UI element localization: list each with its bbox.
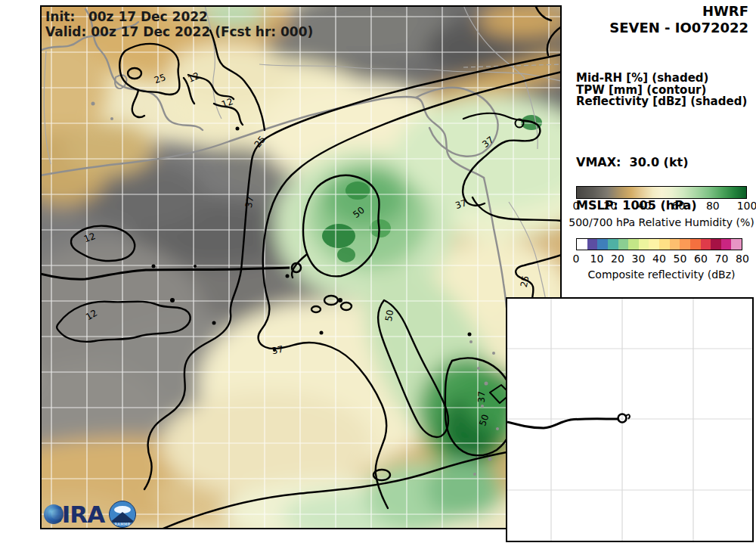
reflectivity-color-segment — [577, 239, 587, 250]
rh-tick-label: 40 — [637, 200, 651, 212]
reflectivity-color-segment — [597, 239, 608, 250]
reflectivity-tick-label: 30 — [632, 253, 646, 265]
reflectivity-color-segment — [701, 239, 711, 250]
weather-map: 251212253750121237503737375025 Init: 00z… — [40, 5, 562, 529]
reflectivity-tick-label: 0 — [573, 253, 580, 265]
valid-time-label: Valid: 00z 17 Dec 2022 (Fcst hr: 000) — [45, 24, 313, 39]
tpw-contour-label: 50 — [383, 309, 395, 322]
rh-colorbar — [576, 186, 747, 199]
reflectivity-color-segment — [670, 239, 680, 250]
rh-tick-label: 20 — [603, 200, 617, 212]
rh-colorbar-ticks: 020406080100 — [576, 200, 747, 213]
map-plot: 251212253750121237503737375025 Init: 00z… — [40, 5, 562, 529]
reflectivity-color-segment — [680, 239, 690, 250]
rammb-logo: RAMMB — [109, 501, 136, 528]
reflectivity-color-segment — [731, 239, 742, 250]
vmax-value: VMAX: 30.0 (kt) — [576, 155, 697, 169]
reflectivity-colorbar-label: Composite reflectivity (dBz) — [565, 268, 756, 281]
reflectivity-tick-label: 40 — [652, 253, 666, 265]
reflectivity-color-segment — [721, 239, 732, 250]
reflectivity-color-segment — [628, 239, 639, 250]
storm-id: SEVEN - IO072022 — [529, 20, 748, 36]
reflectivity-color-segment — [711, 239, 721, 250]
model-header: HWRF SEVEN - IO072022 — [529, 3, 748, 36]
reflectivity-color-segment — [587, 239, 598, 250]
rh-tick-label: 60 — [672, 200, 686, 212]
reflectivity-color-segment — [618, 239, 629, 250]
init-time-label: Init: 00z 17 Dec 2022 — [45, 9, 208, 24]
reflectivity-color-segment — [649, 239, 659, 250]
rammb-logo-text: RAMMB — [110, 522, 135, 526]
rh-tick-label: 0 — [573, 200, 580, 212]
reflectivity-color-segment — [608, 239, 618, 250]
tpw-contour-label: 37 — [476, 391, 488, 403]
track-inset-plot — [507, 299, 752, 541]
mountain-icon — [110, 512, 135, 523]
reflectivity-colorbar-ticks: 01020304050607080 — [576, 253, 742, 266]
reflectivity-color-segment — [659, 239, 670, 250]
globe-icon — [44, 504, 64, 524]
inset-grid — [507, 299, 752, 541]
reflectivity-tick-label: 60 — [694, 253, 708, 265]
hwrf-diagnostic-page: { "header": { "model": "HWRF", "storm": … — [0, 0, 756, 546]
reflectivity-colorbar — [576, 238, 742, 250]
branding: CIRA RAMMB — [45, 499, 136, 529]
reflectivity-tick-label: 80 — [736, 253, 749, 265]
field-legend: Mid-RH [%] (shaded) TPW [mm] (contour) R… — [576, 73, 747, 108]
rh-tick-label: 80 — [706, 200, 720, 212]
reflectivity-tick-label: 50 — [674, 253, 687, 265]
track-inset — [506, 297, 754, 542]
storm-track-inset — [507, 419, 618, 428]
rh-colorbar-label: 500/700 hPa Relative Humidity (%) — [565, 216, 756, 228]
model-name: HWRF — [529, 3, 748, 20]
reflectivity-color-segment — [690, 239, 701, 250]
legend-line-reflectivity: Reflectivity [dBz] (shaded) — [576, 96, 747, 108]
rh-tick-label: 100 — [737, 200, 756, 212]
cira-logo: CIRA — [45, 501, 104, 528]
reflectivity-tick-label: 10 — [590, 253, 604, 265]
reflectivity-tick-label: 70 — [715, 253, 729, 265]
reflectivity-color-segment — [639, 239, 649, 250]
reflectivity-tick-label: 20 — [611, 253, 624, 265]
